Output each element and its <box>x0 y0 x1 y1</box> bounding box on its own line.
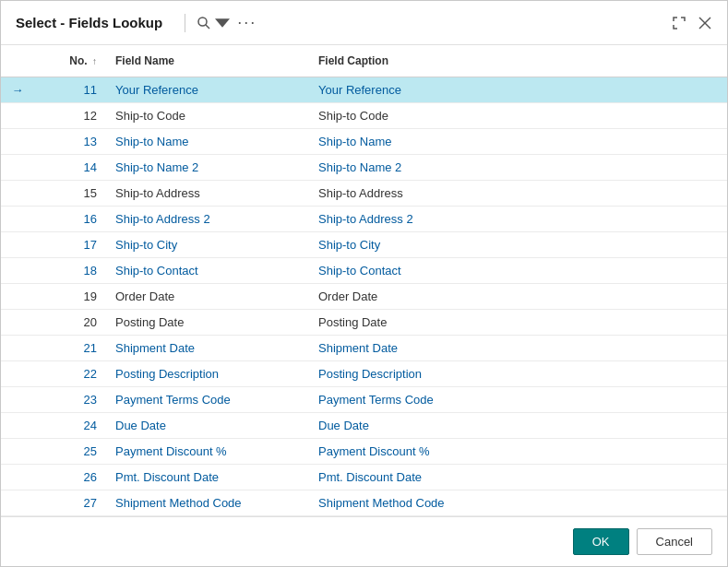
table-row[interactable]: 17Ship-to CityShip-to City <box>1 232 727 258</box>
row-field-name: Ship-to City <box>108 234 311 255</box>
row-field-caption: Ship-to Contact <box>311 260 727 281</box>
table-row[interactable]: 14Ship-to Name 2Ship-to Name 2 <box>1 155 727 181</box>
row-field-caption: Posting Date <box>311 312 727 333</box>
row-field-name: Ship-to Address 2 <box>108 208 311 230</box>
dialog-footer: OK Cancel <box>1 516 727 566</box>
row-field-name: Ship-to Name <box>108 131 311 152</box>
row-field-caption: Due Date <box>311 415 727 436</box>
row-arrow <box>1 216 34 223</box>
row-field-caption: Posting Description <box>311 363 727 384</box>
row-arrow <box>1 474 34 481</box>
header-no[interactable]: No. ↑ <box>34 51 108 71</box>
row-arrow <box>1 422 34 430</box>
table-row[interactable]: 26Pmt. Discount DatePmt. Discount Date <box>1 465 727 490</box>
row-field-name: Your Reference <box>108 79 311 100</box>
row-no: 17 <box>34 234 108 255</box>
row-field-caption: Order Date <box>311 286 727 307</box>
ok-button[interactable]: OK <box>573 528 629 555</box>
row-field-name: Ship-to Name 2 <box>108 157 311 178</box>
table-row[interactable]: 20Posting DatePosting Date <box>1 310 727 336</box>
row-no: 14 <box>34 157 108 178</box>
table-row[interactable]: →11Your ReferenceYour Reference <box>1 77 727 103</box>
row-field-name: Shipment Date <box>108 337 311 359</box>
row-field-name: Ship-to Code <box>108 105 311 126</box>
title-divider <box>185 14 185 32</box>
row-field-caption: Ship-to Name <box>311 131 727 152</box>
table-row[interactable]: 25Payment Discount %Payment Discount % <box>1 439 727 465</box>
row-field-name: Due Date <box>108 415 311 436</box>
title-bar: Select - Fields Lookup ··· <box>1 1 727 45</box>
table-row[interactable]: 21Shipment DateShipment Date <box>1 336 727 361</box>
window-controls <box>672 16 712 30</box>
row-no: 25 <box>34 441 108 462</box>
row-no: 24 <box>34 415 108 436</box>
row-no: 19 <box>34 286 108 307</box>
close-icon[interactable] <box>698 16 712 30</box>
table-body[interactable]: →11Your ReferenceYour Reference12Ship-to… <box>1 77 727 516</box>
row-arrow <box>1 293 34 301</box>
row-arrow <box>1 319 34 326</box>
row-no: 13 <box>34 131 108 152</box>
row-field-name: Ship-to Address <box>108 183 311 204</box>
header-arrow-col <box>1 51 34 71</box>
row-field-caption: Payment Terms Code <box>311 389 727 410</box>
row-arrow <box>1 448 34 455</box>
table-row[interactable]: 19Order DateOrder Date <box>1 284 727 310</box>
row-field-caption: Ship-to Address 2 <box>311 208 727 230</box>
row-arrow <box>1 112 34 120</box>
row-field-name: Posting Description <box>108 363 311 384</box>
row-no: 20 <box>34 312 108 333</box>
row-arrow <box>1 242 34 249</box>
row-field-name: Posting Date <box>108 312 311 333</box>
row-field-caption: Ship-to Address <box>311 183 727 204</box>
row-arrow <box>1 345 34 352</box>
row-arrow <box>1 138 34 146</box>
row-no: 26 <box>34 467 108 488</box>
row-no: 11 <box>34 79 108 100</box>
table-header: No. ↑ Field Name Field Caption <box>1 45 727 77</box>
header-field-caption: Field Caption <box>311 51 727 71</box>
search-icon-area[interactable] <box>197 16 230 30</box>
select-fields-lookup-dialog: Select - Fields Lookup ··· <box>0 0 728 567</box>
row-field-caption: Ship-to Code <box>311 105 727 126</box>
row-field-caption: Shipment Date <box>311 337 727 359</box>
cancel-button[interactable]: Cancel <box>637 528 712 555</box>
table-row[interactable]: 24Due DateDue Date <box>1 413 727 439</box>
svg-line-1 <box>206 25 209 29</box>
row-arrow <box>1 500 34 507</box>
row-arrow: → <box>1 79 34 100</box>
row-field-name: Ship-to Contact <box>108 260 311 281</box>
table-row[interactable]: 12Ship-to CodeShip-to Code <box>1 103 727 129</box>
dialog-title: Select - Fields Lookup <box>16 15 162 30</box>
row-arrow <box>1 164 34 171</box>
table-row[interactable]: 15Ship-to AddressShip-to Address <box>1 181 727 207</box>
row-arrow <box>1 190 34 197</box>
table-row[interactable]: 18Ship-to ContactShip-to Contact <box>1 258 727 284</box>
more-options-icon[interactable]: ··· <box>237 13 257 32</box>
row-field-name: Payment Terms Code <box>108 389 311 410</box>
table-row[interactable]: 23Payment Terms CodePayment Terms Code <box>1 387 727 413</box>
row-field-caption: Pmt. Discount Date <box>311 467 727 488</box>
row-no: 22 <box>34 363 108 384</box>
row-field-name: Payment Discount % <box>108 441 311 462</box>
table-row[interactable]: 16Ship-to Address 2Ship-to Address 2 <box>1 207 727 232</box>
row-field-caption: Ship-to Name 2 <box>311 157 727 178</box>
row-arrow <box>1 396 34 404</box>
row-no: 15 <box>34 183 108 204</box>
header-field-name: Field Name <box>108 51 311 71</box>
expand-icon[interactable] <box>672 16 686 30</box>
row-no: 23 <box>34 389 108 410</box>
table-row[interactable]: 27Shipment Method CodeShipment Method Co… <box>1 490 727 516</box>
row-field-caption: Shipment Method Code <box>311 492 727 514</box>
row-field-caption: Ship-to City <box>311 234 727 255</box>
row-no: 21 <box>34 337 108 359</box>
row-no: 18 <box>34 260 108 281</box>
row-no: 12 <box>34 105 108 126</box>
table-row[interactable]: 22Posting DescriptionPosting Description <box>1 361 727 387</box>
table-container: No. ↑ Field Name Field Caption →11Your R… <box>1 45 727 516</box>
table-row[interactable]: 13Ship-to NameShip-to Name <box>1 129 727 155</box>
sort-icon: ↑ <box>92 56 97 66</box>
row-no: 27 <box>34 492 108 514</box>
row-arrow <box>1 371 34 378</box>
row-no: 16 <box>34 208 108 230</box>
